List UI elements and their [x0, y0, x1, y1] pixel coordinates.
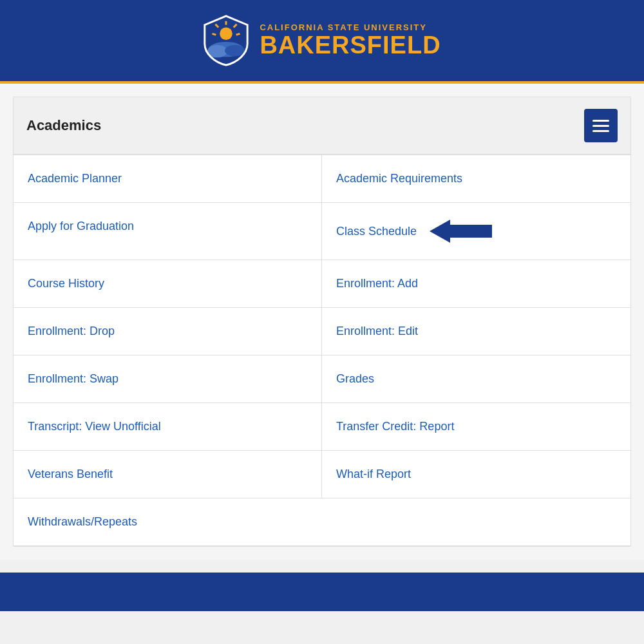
- menu-item-enrollment-swap[interactable]: Enrollment: Swap: [14, 355, 322, 402]
- left-arrow-annotation: [430, 220, 492, 243]
- menu-row-3: Course History Enrollment: Add: [14, 260, 630, 308]
- university-name-line2: BAKERSFIELD: [260, 32, 440, 59]
- menu-item-academic-requirements[interactable]: Academic Requirements: [322, 155, 630, 202]
- menu-item-academic-planner[interactable]: Academic Planner: [14, 155, 322, 202]
- menu-item-veterans-benefit[interactable]: Veterans Benefit: [14, 451, 322, 498]
- menu-grid: Academic Planner Academic Requirements A…: [14, 155, 630, 546]
- menu-item-what-if-report[interactable]: What-if Report: [322, 451, 630, 498]
- svg-line-3: [236, 33, 240, 35]
- menu-row-5: Enrollment: Swap Grades: [14, 355, 630, 403]
- menu-item-course-history[interactable]: Course History: [14, 260, 322, 307]
- menu-item-apply-for-graduation[interactable]: Apply for Graduation: [14, 203, 322, 260]
- main-content: Academics Academic Planner Academic Requ…: [0, 84, 644, 560]
- university-shield-icon: [203, 15, 249, 66]
- menu-item-enrollment-edit[interactable]: Enrollment: Edit: [322, 308, 630, 355]
- menu-item-withdrawals-repeats[interactable]: Withdrawals/Repeats: [14, 498, 630, 546]
- logo-container: CALIFORNIA STATE UNIVERSITY BAKERSFIELD: [203, 15, 440, 66]
- menu-item-transcript-unofficial[interactable]: Transcript: View Unofficial: [14, 403, 322, 450]
- menu-item-class-schedule[interactable]: Class Schedule: [322, 203, 630, 260]
- arrow-body: [450, 225, 492, 238]
- menu-row-6: Transcript: View Unofficial Transfer Cre…: [14, 403, 630, 451]
- arrow-head-icon: [430, 220, 450, 243]
- menu-row-7: Veterans Benefit What-if Report: [14, 451, 630, 498]
- menu-item-transfer-credit[interactable]: Transfer Credit: Report: [322, 403, 630, 450]
- class-schedule-with-arrow: Class Schedule: [336, 220, 616, 243]
- academics-panel: Academics Academic Planner Academic Requ…: [13, 97, 631, 547]
- svg-point-0: [220, 28, 233, 41]
- svg-line-5: [213, 33, 216, 35]
- site-header: CALIFORNIA STATE UNIVERSITY BAKERSFIELD: [0, 0, 644, 84]
- academics-title: Academics: [26, 117, 101, 134]
- svg-point-8: [225, 45, 245, 57]
- hamburger-line-3: [592, 130, 609, 132]
- menu-item-enrollment-add[interactable]: Enrollment: Add: [322, 260, 630, 307]
- menu-row-2: Apply for Graduation Class Schedule: [14, 203, 630, 260]
- menu-item-grades[interactable]: Grades: [322, 355, 630, 402]
- hamburger-line-1: [592, 120, 609, 122]
- menu-toggle-button[interactable]: [584, 109, 618, 142]
- university-name-line1: CALIFORNIA STATE UNIVERSITY: [260, 23, 440, 32]
- university-name: CALIFORNIA STATE UNIVERSITY BAKERSFIELD: [260, 23, 440, 59]
- hamburger-line-2: [592, 125, 609, 127]
- menu-row-1: Academic Planner Academic Requirements: [14, 155, 630, 203]
- menu-row-4: Enrollment: Drop Enrollment: Edit: [14, 308, 630, 355]
- academics-header: Academics: [14, 97, 630, 155]
- menu-item-enrollment-drop[interactable]: Enrollment: Drop: [14, 308, 322, 355]
- footer-bar: [0, 573, 644, 611]
